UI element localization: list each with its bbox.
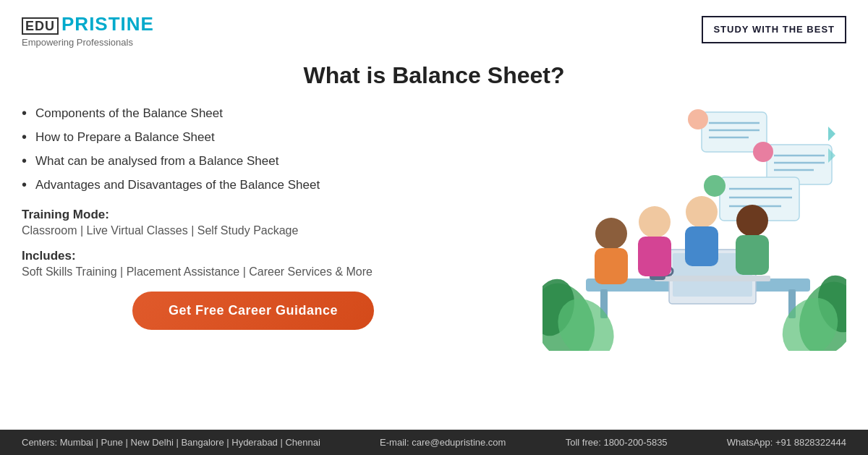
list-item: What can be analysed from a Balance Shee… xyxy=(22,153,528,169)
logo: EDUPRISTINE xyxy=(22,13,154,35)
footer: Centers: Mumbai | Pune | New Delhi | Ban… xyxy=(0,430,868,455)
illustration-svg xyxy=(542,105,846,351)
logo-area: EDUPRISTINE Empowering Professionals xyxy=(22,13,154,48)
logo-pristine: PRISTINE xyxy=(61,13,154,35)
page-title: What is Balance Sheet? xyxy=(22,55,846,89)
footer-email: E-mail: care@edupristine.com xyxy=(380,437,506,448)
includes-label: Includes: xyxy=(22,249,528,263)
svg-rect-22 xyxy=(655,276,770,281)
list-item: Advantages and Disavantages of the Balan… xyxy=(22,177,528,193)
svg-point-28 xyxy=(686,196,718,228)
bullet-list: Components of the Balance Sheet How to P… xyxy=(22,105,528,193)
svg-point-30 xyxy=(736,205,768,237)
svg-point-24 xyxy=(595,218,627,250)
svg-rect-27 xyxy=(638,237,671,276)
list-item: How to Prepare a Balance Sheet xyxy=(22,129,528,145)
logo-bracket: EDU xyxy=(22,17,59,35)
study-badge: STUDY WITH THE BEST xyxy=(702,16,846,43)
list-item: Components of the Balance Sheet xyxy=(22,105,528,122)
svg-rect-31 xyxy=(736,235,769,275)
centers-text: Centers: Mumbai | Pune | New Delhi | Ban… xyxy=(22,437,320,448)
training-mode-label: Training Mode: xyxy=(22,208,528,222)
svg-point-26 xyxy=(639,206,671,238)
whatsapp-text: WhatsApp: +91 8828322444 xyxy=(727,437,846,448)
email-text: E-mail: care@edupristine.com xyxy=(380,437,506,448)
includes-value: Soft Skills Training | Placement Assista… xyxy=(22,265,528,278)
illustration-area xyxy=(542,105,846,351)
includes-section: Includes: Soft Skills Training | Placeme… xyxy=(22,249,528,278)
svg-rect-29 xyxy=(685,226,718,266)
training-mode-section: Training Mode: Classroom | Live Virtual … xyxy=(22,208,528,237)
svg-marker-15 xyxy=(828,127,835,141)
training-mode-value: Classroom | Live Virtual Classes | Self … xyxy=(22,224,528,237)
footer-centers: Centers: Mumbai | Pune | New Delhi | Ban… xyxy=(22,437,320,448)
footer-tollfree: Toll free: 1800-200-5835 xyxy=(566,437,668,448)
svg-point-14 xyxy=(704,175,726,197)
cta-button[interactable]: Get Free Career Guidance xyxy=(132,292,374,330)
svg-point-9 xyxy=(753,142,773,162)
tagline: Empowering Professionals xyxy=(22,37,154,48)
header: EDUPRISTINE Empowering Professionals STU… xyxy=(0,0,868,55)
main-content: Components of the Balance Sheet How to P… xyxy=(0,105,868,351)
footer-whatsapp: WhatsApp: +91 8828322444 xyxy=(727,437,846,448)
cta-container: Get Free Career Guidance xyxy=(0,292,528,330)
svg-rect-25 xyxy=(595,248,628,284)
tollfree-text: Toll free: 1800-200-5835 xyxy=(566,437,668,448)
left-content: Components of the Balance Sheet How to P… xyxy=(22,105,542,351)
svg-point-4 xyxy=(688,109,708,129)
